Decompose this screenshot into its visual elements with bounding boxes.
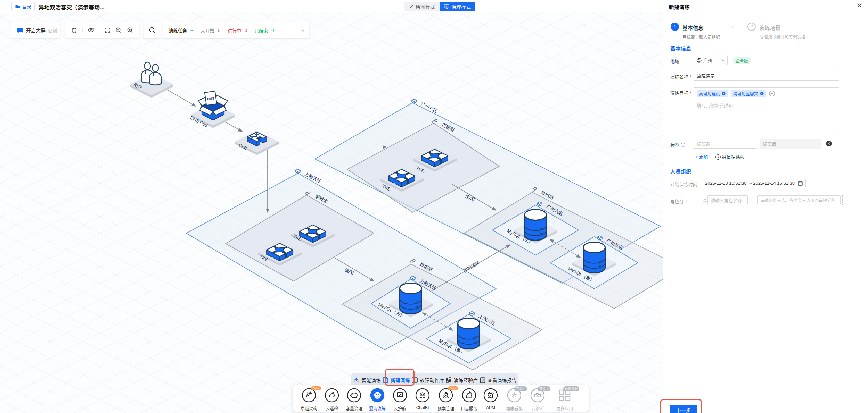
svg-text:2D: 2D [90,29,93,32]
